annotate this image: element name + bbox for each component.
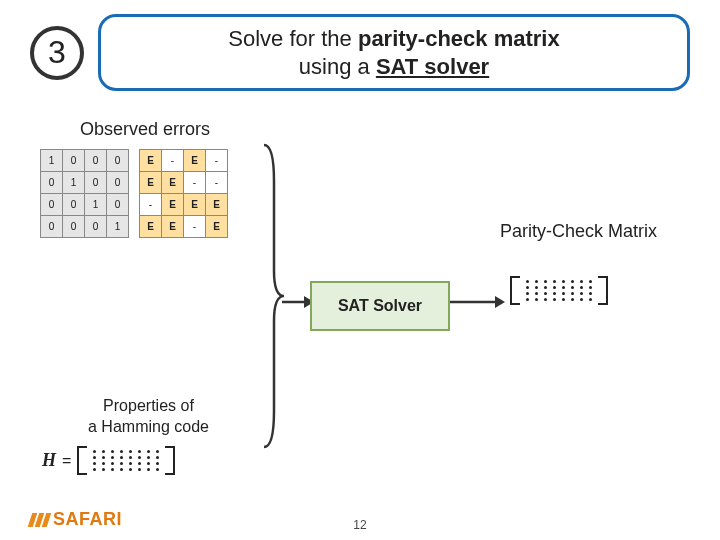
error-cell: - — [206, 172, 228, 194]
sat-solver-label: SAT Solver — [338, 297, 422, 315]
observed-tables: 1000010000100001 E-E-EE---EEEEE-E — [40, 149, 228, 238]
step-number: 3 — [48, 34, 66, 71]
error-cell: E — [206, 216, 228, 238]
parity-check-matrix-label: Parity-Check Matrix — [500, 221, 657, 242]
identity-cell: 0 — [41, 194, 63, 216]
error-cell: E — [184, 150, 206, 172]
error-cell: E — [162, 194, 184, 216]
identity-cell: 0 — [85, 216, 107, 238]
identity-cell: 0 — [63, 150, 85, 172]
error-cell: E — [140, 172, 162, 194]
error-cell: - — [206, 150, 228, 172]
observed-errors-label: Observed errors — [80, 119, 210, 140]
error-cell: E — [140, 150, 162, 172]
page-number: 12 — [353, 518, 366, 532]
svg-marker-3 — [495, 296, 505, 308]
identity-table: 1000010000100001 — [40, 149, 129, 238]
identity-cell: 0 — [107, 150, 129, 172]
identity-cell: 1 — [63, 172, 85, 194]
identity-cell: 0 — [107, 172, 129, 194]
identity-cell: 1 — [107, 216, 129, 238]
step-badge: 3 — [30, 26, 84, 80]
error-cell: - — [140, 194, 162, 216]
identity-cell: 1 — [41, 150, 63, 172]
error-cell: E — [162, 172, 184, 194]
h-matrix-equation: H = — [42, 446, 175, 475]
title-text: Solve for the parity-check matrix using … — [228, 26, 559, 79]
equals-sign: = — [62, 452, 71, 470]
identity-cell: 0 — [41, 172, 63, 194]
error-table: E-E-EE---EEEEE-E — [139, 149, 228, 238]
output-matrix — [510, 276, 608, 305]
error-cell: E — [162, 216, 184, 238]
identity-cell: 0 — [63, 216, 85, 238]
error-cell: E — [140, 216, 162, 238]
error-cell: E — [184, 194, 206, 216]
identity-cell: 0 — [41, 216, 63, 238]
error-cell: - — [184, 172, 206, 194]
sat-solver-box: SAT Solver — [310, 281, 450, 331]
h-matrix-brackets — [77, 446, 175, 475]
h-symbol: H — [42, 450, 56, 471]
identity-cell: 0 — [63, 194, 85, 216]
arrow-sat-to-matrix — [450, 291, 505, 313]
title-box: Solve for the parity-check matrix using … — [98, 14, 690, 91]
error-cell: - — [162, 150, 184, 172]
properties-label: Properties of a Hamming code — [88, 396, 209, 438]
identity-cell: 0 — [85, 150, 107, 172]
error-cell: E — [206, 194, 228, 216]
identity-cell: 0 — [107, 194, 129, 216]
error-cell: - — [184, 216, 206, 238]
identity-cell: 0 — [85, 172, 107, 194]
identity-cell: 1 — [85, 194, 107, 216]
